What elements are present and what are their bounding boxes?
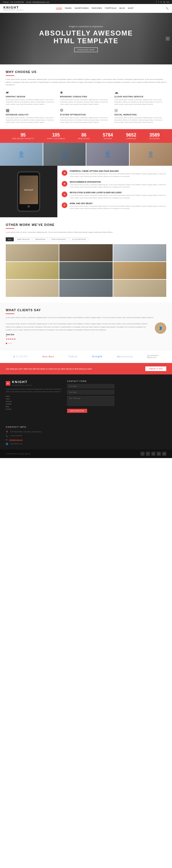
footer-logo-text-area: KNIGHT WORDPRESS AGENCY bbox=[12, 380, 32, 386]
footer-twitter-icon[interactable]: t bbox=[140, 452, 144, 456]
form-submit-button[interactable]: SEND MESSAGE bbox=[67, 409, 87, 413]
portfolio-item-2[interactable] bbox=[59, 244, 112, 261]
phone-info: Phone: +44 123456789 bbox=[3, 1, 24, 3]
feature-graphic-design-name: GRAPHIC DESIGN bbox=[6, 96, 58, 98]
footer-nav-home[interactable]: Home bbox=[6, 395, 63, 397]
form-name-input[interactable] bbox=[67, 384, 115, 389]
footer-nav-about[interactable]: About bbox=[6, 398, 63, 400]
hero-next-arrow[interactable]: › bbox=[166, 37, 170, 41]
contact-info-address: 📍 1234 Street Name, City Name, United St… bbox=[6, 431, 166, 433]
features-grid: ▰ GRAPHIC DESIGN Lorem ipsum dolor sit a… bbox=[6, 90, 166, 124]
mockup-features: ★ POWERFUL THEME OPTIONS AND PAGE BUILDE… bbox=[57, 166, 172, 217]
testimonial-dot-3[interactable] bbox=[10, 343, 12, 344]
filter-bar: ALL WEB DESIGN BRANDING PHOTOGRAPHY ILLU… bbox=[6, 237, 166, 241]
mockup-feature-2: ◈ WOOCOMMERCE INTEGRATION Lorem ipsum do… bbox=[62, 181, 168, 188]
testimonial-content: Lorem ipsum dolor sit amet, consectetur … bbox=[6, 322, 166, 344]
nav-features[interactable]: FEATURES bbox=[91, 7, 102, 9]
testimonials-section: WHAT CLIENTS SAY Lorem ipsum dolor sit a… bbox=[0, 303, 172, 350]
portfolio-item-8[interactable] bbox=[59, 280, 112, 297]
stat-codebase-label: Codebase bbox=[126, 138, 137, 140]
hero-discover-button[interactable]: DISCOVER NOW bbox=[74, 48, 98, 52]
team-member-3: 👤 bbox=[86, 143, 129, 166]
testimonial-dot-1[interactable] bbox=[6, 343, 7, 344]
portfolio-item-4[interactable] bbox=[6, 262, 59, 279]
social-icon: ◎ bbox=[114, 108, 166, 113]
why-choose-description: Lorem ipsum dolor sit amet, consectetur … bbox=[6, 78, 166, 87]
clients-section: ◈ CLIENT Red Bull Naked Google ▶Discover… bbox=[0, 350, 172, 363]
filter-branding[interactable]: BRANDING bbox=[33, 237, 48, 241]
team-row: 👤 👤 👤 👤 bbox=[0, 143, 172, 166]
facebook-icon[interactable]: f bbox=[159, 1, 159, 3]
stats-bar: 95 Web Design Projects 105 Happy Custome… bbox=[0, 129, 172, 143]
why-choose-divider bbox=[6, 75, 14, 76]
form-row-message bbox=[67, 396, 115, 406]
feature-system-text: Lorem ipsum dolor sit amet, consectetur … bbox=[60, 117, 112, 124]
rss-icon[interactable]: rss bbox=[167, 1, 169, 3]
hero-title: ABSOLUTELY AWESOMEHTML TEMPLATE bbox=[39, 30, 133, 45]
testimonial-author: John Doe bbox=[6, 334, 150, 336]
twitter-icon[interactable]: 𝕋 bbox=[156, 1, 157, 3]
testimonials-title: WHAT CLIENTS SAY bbox=[6, 308, 166, 312]
portfolio-item-6[interactable] bbox=[113, 262, 166, 279]
address-text: 1234 Street Name, City Name, United Stat… bbox=[10, 431, 41, 433]
filter-all[interactable]: ALL bbox=[6, 237, 14, 241]
mockup-feature-3-text: Lorem ipsum dolor sit amet, consectetur … bbox=[70, 194, 168, 199]
nav-pages[interactable]: PAGES bbox=[65, 7, 71, 9]
portfolio-item-5[interactable] bbox=[59, 262, 112, 279]
mockup-feature-3-icon: ✦ bbox=[62, 191, 67, 197]
contact-form-title: CONTACT FORM bbox=[67, 380, 115, 382]
stat-customers: 105 Happy Customers bbox=[47, 132, 65, 140]
linkedin-icon[interactable]: in bbox=[161, 1, 162, 3]
footer-social-icons: t f in g+ rss bbox=[140, 452, 166, 456]
cta-button[interactable]: CHECK IT OUT bbox=[145, 366, 166, 371]
filter-web-design[interactable]: WEB DESIGN bbox=[15, 237, 32, 241]
footer-facebook-icon[interactable]: f bbox=[146, 452, 150, 456]
nav-shop[interactable]: SHOP bbox=[128, 7, 134, 9]
portfolio-title: OTHER WORK WE'VE DONE bbox=[6, 223, 166, 226]
instagram-icon[interactable]: ig bbox=[163, 1, 165, 3]
nav-search-icon[interactable]: 🔍 bbox=[166, 7, 169, 10]
stat-codebase: 9652 Codebase bbox=[126, 132, 137, 140]
footer-nav-services[interactable]: Services bbox=[6, 401, 63, 402]
email-icon: ✉ bbox=[6, 439, 7, 441]
testimonials-divider bbox=[6, 313, 14, 314]
mockup-feature-2-title: WOOCOMMERCE INTEGRATION bbox=[70, 181, 168, 183]
logo-tagline: WORDPRESS AGENCY bbox=[3, 9, 24, 11]
footer-googleplus-icon[interactable]: g+ bbox=[157, 452, 161, 456]
hero-section: Knight is a premium & responsive ABSOLUT… bbox=[0, 13, 172, 64]
portfolio-item-9[interactable] bbox=[113, 280, 166, 297]
footer-rss-icon[interactable]: rss bbox=[162, 452, 166, 456]
team-member-1: 👤 bbox=[0, 143, 43, 166]
portfolio-item-1[interactable] bbox=[6, 244, 59, 261]
why-choose-title: WHY CHOOSE US bbox=[6, 70, 166, 73]
top-bar-left: Phone: +44 123456789 Email: hello@domain… bbox=[3, 1, 49, 3]
footer-logo-icon: ▶ bbox=[6, 381, 10, 385]
form-message-input[interactable] bbox=[67, 396, 115, 406]
portfolio-item-7[interactable] bbox=[6, 280, 59, 297]
testimonial-dot-2[interactable] bbox=[8, 343, 9, 344]
footer-nav-blog[interactable]: Blog bbox=[6, 406, 63, 407]
mockup-feature-1-icon: ★ bbox=[62, 170, 67, 176]
footer-logo-sub: WORDPRESS AGENCY bbox=[12, 384, 32, 386]
footer-nav-portfolio[interactable]: Portfolio bbox=[6, 403, 63, 405]
footer-top: ▶ KNIGHT WORDPRESS AGENCY Lorem ipsum do… bbox=[6, 380, 166, 413]
feature-system: ⚙ SYSTEM OPTIMIZATION Lorem ipsum dolor … bbox=[60, 108, 112, 124]
footer-nav-contact[interactable]: Contact bbox=[6, 408, 63, 410]
nav-blog[interactable]: BLOG bbox=[119, 7, 125, 9]
nav-home[interactable]: HOME bbox=[56, 7, 62, 9]
nav-shortcodes[interactable]: SHORTCODES bbox=[75, 7, 89, 9]
database-icon: ▦ bbox=[6, 108, 58, 113]
feature-social-name: SOCIAL MARKETING bbox=[114, 114, 166, 116]
form-email-input[interactable] bbox=[67, 390, 115, 395]
mockup-feature-3-title: REVOLUTION SLIDER AND LAYER SLIDER INCLU… bbox=[70, 191, 168, 193]
filter-illustration[interactable]: ILLUSTRATION bbox=[70, 237, 88, 241]
testimonial-dots bbox=[6, 343, 150, 344]
form-row-name bbox=[67, 384, 115, 389]
email-link[interactable]: hello@domain.com bbox=[9, 439, 23, 441]
portfolio-item-3[interactable] bbox=[113, 244, 166, 261]
filter-photography[interactable]: PHOTOGRAPHY bbox=[49, 237, 68, 241]
footer-linkedin-icon[interactable]: in bbox=[151, 452, 155, 456]
mockup-feature-4: ⚡ W3ML AND SEO READY Lorem ipsum dolor s… bbox=[62, 203, 168, 210]
stat-web-design-label: Web Design Projects bbox=[12, 138, 34, 140]
nav-portfolio[interactable]: PORTFOLIO bbox=[105, 7, 116, 9]
